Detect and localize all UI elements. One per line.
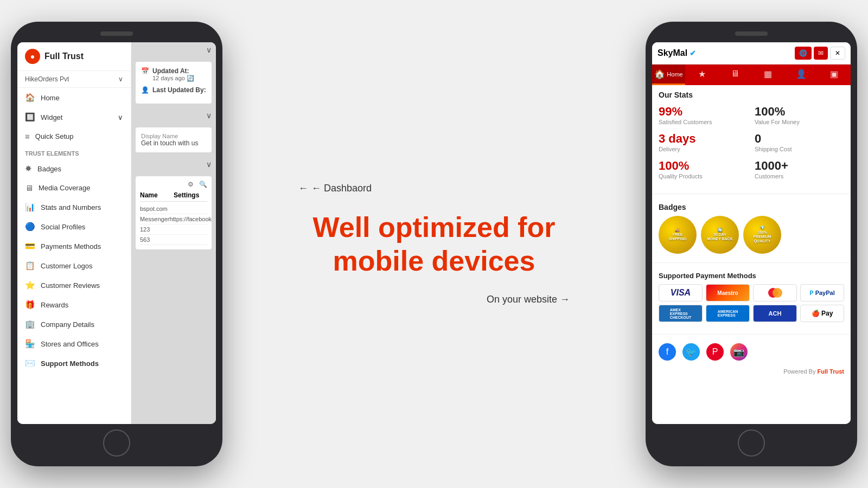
sidebar-item-stores[interactable]: 🏪 Stores and Offices	[17, 334, 131, 354]
chevron-icon-1: ∨	[206, 46, 212, 54]
skymal-header: SkyMal ✔ 🌐 ✉ ✕	[652, 42, 851, 65]
divider-1	[652, 194, 851, 194]
badges-title: Badges	[659, 203, 844, 211]
powered-trust-link[interactable]: Full Trust	[818, 368, 845, 375]
home-button-left[interactable]	[103, 429, 130, 457]
trust-elements-label: Trust Elements	[17, 146, 131, 159]
sidebar-item-media[interactable]: 🖥 Media Coverage	[17, 178, 131, 197]
stats-grid: 99% Satisfied Customers 100% Value For M…	[659, 105, 844, 179]
payment-amex: AMEXEXPRESSCHECKOUT	[659, 305, 703, 322]
badge-premium: 💎100%PREMIUM QUALITY	[743, 216, 781, 254]
sidebar-logo: ● Full Trust	[17, 42, 131, 71]
sidebar-org[interactable]: HikeOrders Pvt ∨	[17, 71, 131, 88]
stat-customers: 1000+ Customers	[755, 159, 844, 179]
sidebar-item-rewards[interactable]: 🎁 Rewards	[17, 295, 131, 314]
panel-collapse-2[interactable]: ∨	[131, 108, 216, 123]
left-phone-screen: ● Full Trust HikeOrders Pvt ∨ 🏠 Home 🔲 W…	[17, 42, 216, 424]
left-phone: ● Full Trust HikeOrders Pvt ∨ 🏠 Home 🔲 W…	[11, 22, 222, 466]
search-icon[interactable]: 🔍	[199, 181, 207, 188]
tab-home[interactable]: 🏠 Home	[652, 65, 685, 85]
sidebar-item-support[interactable]: ✉️ Support Methods	[17, 354, 131, 373]
email-button[interactable]: ✉	[814, 47, 828, 60]
panel-table: ⚙ 🔍 Name Settings bspot.com Messenger ht…	[136, 176, 212, 249]
payments-section: Supported Payment Methods VISA Maestro P…	[652, 267, 851, 330]
tab-monitor[interactable]: 🖥	[718, 65, 751, 85]
divider-3	[652, 334, 851, 335]
stat-quality: 100% Quality Products	[659, 159, 748, 179]
panel-display-section: Display Name Get in touch with us	[136, 127, 212, 152]
tab-user[interactable]: 👤	[784, 65, 818, 85]
tab-star[interactable]: ★	[685, 65, 718, 85]
skymal-name: SkyMal	[658, 48, 687, 58]
home-button-right[interactable]	[738, 429, 765, 457]
badges-row: 🚚FREESHIPPING 🔄30 DAYMONEY BACK 💎100%PRE…	[659, 216, 844, 254]
social-icon: 🔵	[25, 222, 35, 232]
updated-value: 12 days ago 🔄	[152, 75, 194, 82]
sidebar-item-home[interactable]: 🏠 Home	[17, 88, 131, 107]
stat-satisfied: 99% Satisfied Customers	[659, 105, 748, 125]
sidebar-item-company[interactable]: 🏢 Company Details	[17, 314, 131, 334]
support-icon: ✉️	[25, 358, 35, 368]
payment-apple-pay: 🍎 Pay	[800, 305, 844, 322]
forward-label[interactable]: On your website →	[487, 294, 570, 305]
sidebar-item-widget[interactable]: 🔲 Widget ∨	[17, 107, 131, 127]
instagram-icon[interactable]: 📷	[730, 343, 748, 361]
close-button[interactable]: ✕	[830, 47, 845, 60]
panel-collapse-1[interactable]: ∨	[131, 42, 216, 57]
phone-speaker-right	[735, 31, 768, 36]
powered-by: Powered By Full Trust	[652, 365, 851, 378]
chevron-icon-3: ∨	[206, 160, 212, 169]
back-label[interactable]: ← ← Dashbaord	[298, 183, 372, 194]
company-icon: 🏢	[25, 319, 35, 329]
panel-collapse-3[interactable]: ∨	[131, 157, 216, 172]
payment-ach: ACH	[753, 305, 797, 322]
stats-section: Our Stats 99% Satisfied Customers 100% V…	[652, 85, 851, 189]
payment-american-express: AMERICANEXPRESS	[706, 305, 750, 322]
tab-table[interactable]: ▣	[818, 65, 851, 85]
settings-icon[interactable]: ⚙	[188, 181, 194, 188]
sidebar-item-quicksetup[interactable]: ≡ Quick Setup	[17, 127, 131, 146]
col-settings: Settings	[174, 191, 207, 199]
table-row: Messenger https://facebook	[140, 214, 207, 224]
last-updated-label: Last Updated By:	[152, 86, 206, 94]
tab-grid[interactable]: ▦	[751, 65, 784, 85]
logo-icon: ●	[25, 49, 40, 64]
user-icon: 👤	[141, 86, 149, 94]
updated-label: Updated At:	[152, 67, 194, 75]
panel-updated-section: 📅 Updated At: 12 days ago 🔄 👤 Last Updat…	[136, 62, 212, 104]
col-name: Name	[140, 191, 174, 199]
pinterest-icon[interactable]: P	[706, 343, 724, 361]
payment-paypal: P PayPal	[800, 284, 844, 301]
payment-maestro: Maestro	[706, 284, 750, 301]
sidebar-item-social[interactable]: 🔵 Social Profiles	[17, 217, 131, 236]
sidebar-item-reviews[interactable]: ⭐ Customer Reviews	[17, 275, 131, 295]
skymal-title: SkyMal ✔	[658, 48, 696, 58]
facebook-icon[interactable]: f	[659, 343, 676, 361]
sidebar-item-logos[interactable]: 📋 Customer Logos	[17, 256, 131, 275]
social-row: f 🐦 P 📷	[652, 339, 851, 365]
twitter-icon[interactable]: 🐦	[682, 343, 700, 361]
rewards-icon: 🎁	[25, 300, 35, 310]
payments-icon: 💳	[25, 241, 35, 251]
table-row: 123	[140, 224, 207, 235]
stat-shipping: 0 Shipping Cost	[755, 132, 844, 152]
right-phone-screen: SkyMal ✔ 🌐 ✉ ✕ 🏠 Home ★ 🖥 ▦ 👤	[652, 42, 851, 424]
nav-tabs: 🏠 Home ★ 🖥 ▦ 👤 ▣	[652, 65, 851, 85]
stat-value-money: 100% Value For Money	[755, 105, 844, 125]
logos-icon: 📋	[25, 261, 35, 271]
arrow-left-icon: ←	[298, 183, 308, 194]
badges-section: Badges 🚚FREESHIPPING 🔄30 DAYMONEY BACK 💎…	[652, 198, 851, 258]
stats-title: Our Stats	[659, 91, 844, 99]
table-header: Name Settings	[140, 191, 207, 202]
phone-speaker-left	[100, 31, 133, 36]
svg-point-1	[773, 288, 782, 298]
sidebar-item-stats[interactable]: 📊 Stats and Numbers	[17, 197, 131, 217]
badges-icon: ✸	[25, 164, 32, 174]
globe-button[interactable]: 🌐	[795, 47, 812, 60]
table-row: bspot.com	[140, 204, 207, 214]
quicksetup-icon: ≡	[25, 132, 30, 141]
sidebar-item-payments[interactable]: 💳 Payments Methods	[17, 236, 131, 256]
home-tab-icon: 🏠	[654, 69, 665, 79]
sidebar-item-badges[interactable]: ✸ Badges	[17, 159, 131, 178]
big-text: Well optimized for mobile devices	[313, 210, 556, 278]
